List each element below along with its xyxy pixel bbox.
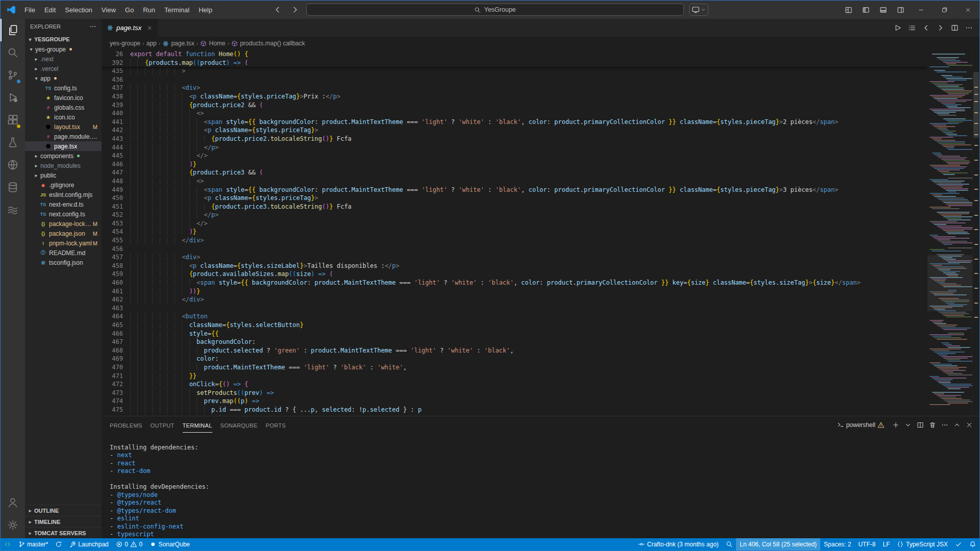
- workspace-header[interactable]: ▾ YESGROUPE: [25, 34, 102, 44]
- code-line-438[interactable]: 438 <p className={styles.priceTag}>Prix …: [102, 92, 927, 101]
- code-line-466[interactable]: 466 style={{: [102, 330, 927, 338]
- status-search-toggle[interactable]: [722, 538, 737, 550]
- activity-database[interactable]: [1, 176, 25, 198]
- more-actions-icon[interactable]: [89, 23, 96, 30]
- code-line-460[interactable]: 460 <span style={{ backgroundColor: prod…: [102, 279, 927, 287]
- status-launchpad[interactable]: Launchpad: [66, 538, 112, 550]
- breadcrumb-item[interactable]: page.tsx: [162, 40, 194, 47]
- tree-item-globals.css[interactable]: #globals.css: [25, 103, 102, 112]
- tree-item-components[interactable]: ▸components: [25, 151, 102, 161]
- terminal-link[interactable]: typescript: [117, 531, 154, 538]
- tree-item-page.tsx[interactable]: page.tsx: [25, 141, 102, 151]
- nav-forward-icon[interactable]: [289, 4, 301, 16]
- preview-button[interactable]: [689, 4, 708, 16]
- status-notifications[interactable]: [966, 538, 980, 550]
- code-line-468[interactable]: 468 product.selected ? 'green' : product…: [102, 346, 927, 355]
- code-line-465[interactable]: 465 className={styles.selectButton}: [102, 321, 927, 330]
- window-minimize-button[interactable]: [909, 1, 933, 19]
- code-line-473[interactable]: 473 setProducts((prev) =>: [102, 389, 927, 397]
- activity-sonarqube[interactable]: [1, 131, 25, 154]
- panel-chevup-icon[interactable]: [951, 419, 963, 431]
- breadcrumb-item[interactable]: app: [146, 40, 157, 47]
- activity-accounts[interactable]: [1, 491, 25, 514]
- status-language-mode[interactable]: TypeScript JSX: [893, 538, 951, 550]
- status-indentation[interactable]: Spaces: 2: [820, 538, 854, 550]
- minimap[interactable]: [927, 50, 972, 416]
- menu-edit[interactable]: Edit: [40, 3, 60, 16]
- code-line-443[interactable]: 443 {product.price2.toLocaleString()} Fc…: [102, 135, 927, 143]
- scrollbar-slider[interactable]: [973, 72, 979, 138]
- sidebar-section-timeline[interactable]: ▸TIMELINE: [25, 516, 102, 527]
- tree-item-eslint.config.mjs[interactable]: JSeslint.config.mjs: [25, 190, 102, 199]
- terminal-output[interactable]: Installing dependencies:- next- react- r…: [102, 434, 979, 538]
- code-line-441[interactable]: 441 <span style={{ backgroundColor: prod…: [102, 118, 927, 127]
- code-line-439[interactable]: 439 {product.price2 && (: [102, 101, 927, 110]
- tree-item-next.config.ts[interactable]: TSnext.config.ts: [25, 209, 102, 219]
- code-line-446[interactable]: 446 )}: [102, 160, 927, 169]
- editor-action-forward-icon[interactable]: [934, 21, 947, 35]
- panel-tab-sonarqube[interactable]: SONARQUBE: [220, 418, 258, 432]
- tree-item-icon.ico[interactable]: ★icon.ico: [25, 112, 102, 122]
- terminal-link[interactable]: @types/react: [117, 499, 161, 506]
- status-git-branch[interactable]: master*: [15, 538, 52, 550]
- layout-sb-right-icon[interactable]: [892, 1, 909, 19]
- window-close-button[interactable]: [956, 1, 979, 19]
- editor-action-ellipsis-icon[interactable]: [962, 21, 975, 35]
- code-line-457[interactable]: 457 <div>: [102, 253, 927, 262]
- breadcrumb-item[interactable]: Home: [200, 40, 225, 47]
- code-line-26[interactable]: 26export default function Home() {: [102, 50, 927, 59]
- status-cursor-position[interactable]: Ln 406, Col 58 (25 selected): [736, 538, 820, 550]
- panel-trash-icon[interactable]: [926, 419, 939, 431]
- code-line-463[interactable]: 463: [102, 304, 927, 313]
- breadcrumb-item[interactable]: yes-groupe: [110, 40, 140, 47]
- code-line-456[interactable]: 456: [102, 245, 927, 254]
- sidebar-section-tomcat-servers[interactable]: ▸TOMCAT SERVERS: [25, 527, 102, 538]
- code-line-445[interactable]: 445 </>: [102, 152, 927, 160]
- code-line-453[interactable]: 453 </>: [102, 219, 927, 228]
- code-line-452[interactable]: 452 </p>: [102, 211, 927, 219]
- code-line-471[interactable]: 471 }}: [102, 372, 927, 381]
- activity-source-control[interactable]: [1, 64, 25, 86]
- breadcrumb-item[interactable]: products.map() callback: [231, 40, 305, 47]
- panel-tab-terminal[interactable]: TERMINAL: [183, 418, 212, 433]
- editor-action-back-icon[interactable]: [919, 21, 933, 35]
- code-line-435[interactable]: 435 >: [102, 67, 927, 76]
- code-line-447[interactable]: 447 {product.price3 && (: [102, 168, 927, 177]
- code-line-464[interactable]: 464 <button: [102, 312, 927, 321]
- code-line-461[interactable]: 461 ))}: [102, 287, 927, 296]
- status-remote[interactable]: [1, 538, 15, 550]
- panel-close-icon[interactable]: [963, 419, 975, 431]
- code-line-470[interactable]: 470 product.MaintTextTheme === 'light' ?…: [102, 363, 927, 372]
- activity-explorer[interactable]: [1, 19, 25, 41]
- code-line-437[interactable]: 437 <div>: [102, 84, 927, 92]
- code-line-459[interactable]: 459 {product.availableSizes.map((size) =…: [102, 270, 927, 279]
- code-line-476[interactable]: 476 ): [102, 414, 927, 416]
- terminal-link[interactable]: react: [117, 460, 135, 467]
- terminal-link[interactable]: next: [117, 452, 132, 459]
- activity-search[interactable]: [1, 41, 25, 64]
- editor-scrollbar[interactable]: [972, 50, 979, 416]
- minimap-slider[interactable]: [927, 255, 972, 311]
- panel-tab-problems[interactable]: PROBLEMS: [110, 418, 142, 432]
- code-line-469[interactable]: 469 color:: [102, 355, 927, 363]
- terminal-link[interactable]: @types/node: [117, 491, 157, 498]
- code-line-392[interactable]: 392 {products.map((product) => (: [102, 59, 927, 67]
- status-problems[interactable]: 00: [112, 538, 146, 550]
- menu-selection[interactable]: Selection: [60, 3, 96, 16]
- panel-splitv-icon[interactable]: [914, 419, 926, 431]
- menu-go[interactable]: Go: [120, 3, 138, 16]
- tree-item-layout.tsx[interactable]: layout.tsxM: [25, 122, 102, 132]
- code-line-474[interactable]: 474 prev.map((p) =>: [102, 397, 927, 406]
- terminal-link[interactable]: eslint-config-next: [117, 523, 183, 530]
- command-center-search[interactable]: YesGroupe: [306, 4, 684, 16]
- code-line-454[interactable]: 454 )}: [102, 228, 927, 236]
- activity-extensions[interactable]: [1, 109, 25, 131]
- menu-view[interactable]: View: [97, 3, 120, 16]
- activity-settings[interactable]: [1, 514, 25, 536]
- tab-page-tsx[interactable]: page.tsx: [102, 19, 158, 37]
- code-line-451[interactable]: 451 {product.price3.toLocaleString()} Fc…: [102, 203, 927, 211]
- code-line-444[interactable]: 444 </p>: [102, 143, 927, 152]
- tree-item-pnpm-lock.yaml[interactable]: !pnpm-lock.yamlM: [25, 238, 102, 248]
- status-git-blame[interactable]: Crafto-dnk (3 months ago): [634, 538, 722, 550]
- tree-item-.gitignore[interactable]: ◆.gitignore: [25, 180, 102, 190]
